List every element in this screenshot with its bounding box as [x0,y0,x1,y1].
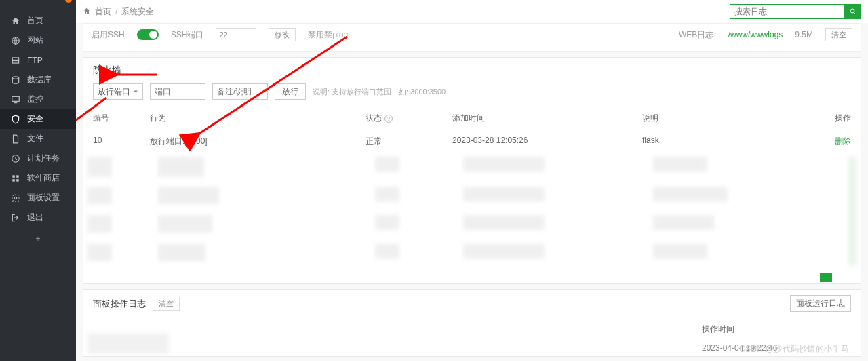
sidebar-item-security[interactable]: 安全 [0,109,76,129]
ssh-enable-toggle[interactable] [137,29,159,40]
sidebar-item-cron[interactable]: 计划任务 [0,149,76,168]
svg-point-10 [14,197,17,200]
ssh-port-modify[interactable]: 修改 [269,28,296,41]
firewall-form: 放行端口 放行 说明: 支持放行端口范围，如: 3000:3500 [83,77,861,107]
col-note: 说明 [642,113,820,124]
breadcrumb-sep: / [115,7,117,16]
database-icon [11,75,20,85]
log-row: 2023-04-04 19:22:46 [83,356,861,356]
sidebar-add[interactable]: + [0,227,76,250]
svg-point-3 [12,76,18,79]
gear-icon [11,193,20,203]
col-op: 操作 [820,113,851,124]
svg-point-11 [850,9,854,13]
firewall-hint: 说明: 支持放行端口范围，如: 3000:3500 [313,87,446,97]
sidebar-logo [0,0,76,11]
pagination-indicator[interactable] [820,273,832,282]
firewall-port-input[interactable] [150,83,205,100]
weblog-clear[interactable]: 清空 [825,28,852,41]
sidebar-item-label: 软件商店 [27,172,60,184]
sidebar-item-ftp[interactable]: FTP [0,50,76,70]
sidebar-item-label: 安全 [27,113,43,125]
clock-icon [11,154,20,164]
sidebar-item-database[interactable]: 数据库 [0,70,76,90]
cell-act: 放行端口:[5000] [150,136,366,147]
log-panel: 面板操作日志 清空 面板运行日志 操作时间 2023-04-04 19:22:4… [83,289,861,357]
run-log-button[interactable]: 面板运行日志 [790,295,851,312]
sidebar-item-label: 计划任务 [27,153,60,164]
search-button[interactable] [845,4,861,19]
sidebar-item-label: FTP [27,56,43,65]
sidebar-item-label: 退出 [27,212,43,223]
globe-icon [11,36,20,45]
log-body: 操作时间 2023-04-04 19:22:46 2023-04-04 19:2… [83,318,861,356]
main: 首页 / 系统安全 启用SSH SSH端口 修改 禁用禁ping WEB日志: … [76,0,868,361]
weblog-path[interactable]: /www/wwwlogs [728,30,783,39]
help-icon[interactable]: ? [384,115,393,123]
sidebar-item-label: 监控 [27,94,43,105]
breadcrumb-row: 首页 / 系统安全 [76,0,868,23]
svg-rect-7 [16,175,19,178]
col-stat-label: 状态 [366,113,382,124]
firewall-thead: 编号 行为 状态? 添加时间 说明 操作 [83,107,861,130]
search-input[interactable] [730,4,845,19]
sidebar-item-home[interactable]: 首页 [0,11,76,31]
breadcrumb-home-icon [83,7,91,17]
svg-rect-1 [12,57,18,60]
sidebar-item-label: 首页 [27,15,43,26]
ssh-port-label: SSH端口 [171,29,204,41]
log-cell-time: 2023-04-04 19:22:46 [702,343,851,353]
log-col-blank [93,324,702,335]
top-strip: 启用SSH SSH端口 修改 禁用禁ping WEB日志: /www/wwwlo… [83,23,861,52]
log-title: 面板操作日志 [93,298,146,310]
firewall-title: 防火墙 [83,58,861,77]
breadcrumb-current: 系统安全 [121,6,154,18]
col-num: 编号 [93,113,150,124]
cell-note: flask [642,136,820,147]
search-wrap [730,4,861,19]
ssh-port-input[interactable] [216,28,256,41]
grid-icon [11,174,20,183]
sidebar-item-appstore[interactable]: 软件商店 [0,168,76,188]
log-col-time: 操作时间 [702,324,851,335]
log-title-wrap: 面板操作日志 清空 [93,297,180,311]
home-icon [11,16,20,26]
log-clear-button[interactable]: 清空 [153,297,180,311]
col-time: 添加时间 [452,113,642,124]
firewall-type-select[interactable]: 放行端口 [93,83,143,100]
firewall-note-input[interactable] [212,83,268,100]
cell-time: 2023-03-28 12:05:26 [452,136,642,147]
shield-icon [11,115,20,124]
select-label: 放行端口 [98,86,130,98]
svg-rect-6 [12,175,15,178]
svg-rect-4 [12,96,20,101]
monitor-icon [11,95,20,104]
sidebar-item-label: 面板设置 [27,192,60,204]
svg-rect-8 [12,179,15,182]
search-icon [849,7,857,16]
plus-icon: + [35,234,40,244]
breadcrumb-home[interactable]: 首页 [95,6,111,18]
file-icon [11,134,20,144]
table-row: 10 放行端口:[5000] 正常 2023-03-28 12:05:26 fl… [83,130,861,153]
cell-stat: 正常 [366,136,452,147]
firewall-panel: 防火墙 放行端口 放行 说明: 支持放行端口范围，如: 3000:3500 编号… [83,57,861,284]
ping-label: 禁用禁ping [308,29,348,41]
sidebar-item-label: 文件 [27,133,43,145]
col-act: 行为 [150,113,366,124]
firewall-table: 编号 行为 状态? 添加时间 说明 操作 10 放行端口:[5000] 正常 2… [83,107,861,153]
svg-rect-2 [12,60,18,63]
log-thead: 操作时间 [83,318,861,341]
cell-op-delete[interactable]: 删除 [820,136,851,147]
sidebar-item-label: 数据库 [27,74,52,86]
sidebar-item-files[interactable]: 文件 [0,129,76,149]
sidebar-item-monitor[interactable]: 监控 [0,90,76,109]
sidebar-item-label: 网站 [27,35,43,46]
firewall-add-button[interactable]: 放行 [275,83,306,100]
exit-icon [11,213,20,223]
sidebar-item-settings[interactable]: 面板设置 [0,188,76,208]
sidebar-item-website[interactable]: 网站 [0,31,76,50]
sidebar-item-exit[interactable]: 退出 [0,208,76,227]
svg-rect-9 [16,179,19,182]
log-head: 面板操作日志 清空 面板运行日志 [83,290,861,318]
